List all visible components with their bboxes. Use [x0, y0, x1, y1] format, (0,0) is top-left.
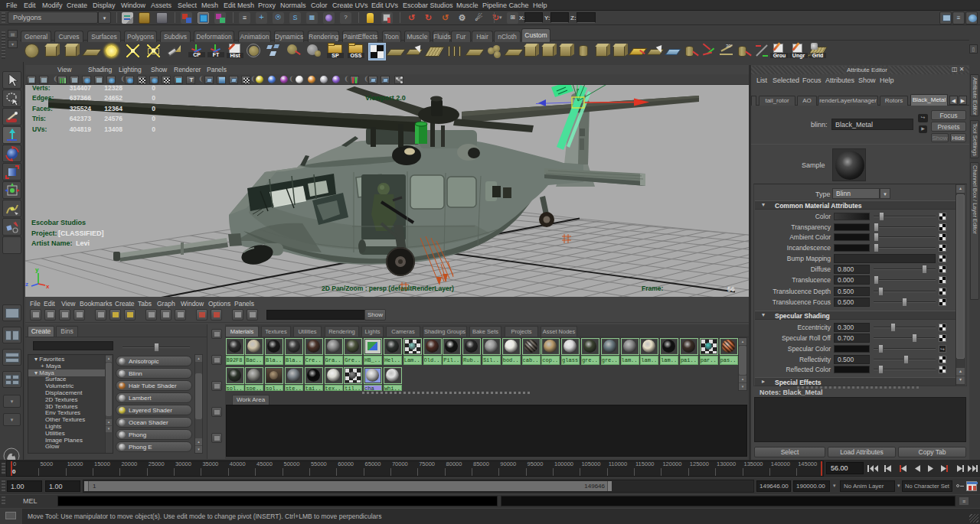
- svg-text:x: x: [46, 283, 50, 290]
- svg-text:Verts:: Verts:: [32, 85, 51, 92]
- svg-text:Escobar Studios: Escobar Studios: [31, 219, 86, 226]
- svg-text:637366: 637366: [70, 94, 92, 102]
- svg-text:314407: 314407: [70, 85, 92, 92]
- svg-text:z: z: [25, 281, 28, 288]
- svg-text:0: 0: [152, 85, 155, 92]
- svg-text:[CLASSIFIED]: [CLASSIFIED]: [58, 229, 104, 237]
- svg-text:Faces:: Faces:: [32, 105, 53, 112]
- svg-text:325524: 325524: [70, 105, 92, 112]
- svg-text:Levi: Levi: [76, 239, 90, 247]
- svg-text:0: 0: [152, 125, 155, 133]
- svg-text:13408: 13408: [104, 125, 122, 133]
- svg-text:24576: 24576: [104, 115, 122, 122]
- svg-text:y: y: [35, 266, 39, 273]
- svg-text:642373: 642373: [70, 115, 92, 122]
- svg-text:Frame:: Frame:: [642, 285, 664, 292]
- svg-text:Artist Name:: Artist Name:: [31, 239, 73, 247]
- svg-text:12328: 12328: [104, 85, 122, 92]
- svg-text:UVs:: UVs:: [32, 125, 47, 133]
- svg-text:2D Pan/Zoom : persp (defaultRe: 2D Pan/Zoom : persp (defaultRenderLayer): [322, 285, 454, 292]
- svg-text:56: 56: [727, 285, 735, 293]
- svg-text:0: 0: [152, 105, 155, 112]
- svg-text:24652: 24652: [104, 94, 122, 102]
- svg-text:Project:: Project:: [31, 229, 57, 237]
- svg-text:404819: 404819: [70, 125, 92, 133]
- svg-text:0: 0: [152, 94, 155, 102]
- svg-text:12364: 12364: [104, 105, 122, 112]
- svg-text:0: 0: [152, 115, 155, 122]
- svg-text:Tris:: Tris:: [32, 115, 46, 122]
- svg-text:Viewport 2.0: Viewport 2.0: [365, 94, 406, 102]
- svg-text:Edges:: Edges:: [32, 94, 54, 102]
